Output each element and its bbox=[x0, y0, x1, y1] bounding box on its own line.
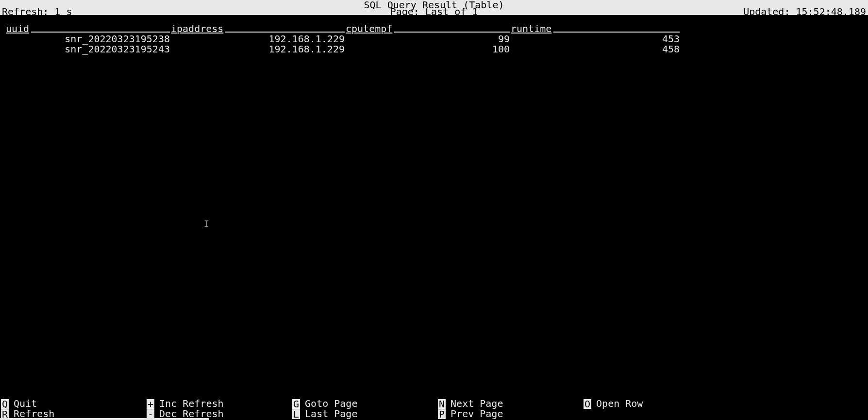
table-cell[interactable]: 100 bbox=[346, 44, 511, 54]
hotkey-label: Dec Refresh bbox=[159, 409, 223, 419]
hotkey-inc-refresh[interactable]: + Inc Refresh bbox=[146, 399, 291, 409]
hotkey-label: Prev Page bbox=[451, 409, 503, 419]
table-cell[interactable]: snr_20220323195243 bbox=[6, 44, 171, 54]
table-cell[interactable]: snr_20220323195238 bbox=[6, 34, 171, 44]
status-bar: SQL Query Result (Table) Page: Last of 1… bbox=[0, 0, 868, 15]
updated-time: Updated: 15:52:48.189 bbox=[743, 7, 866, 17]
table-cell[interactable]: 453 bbox=[511, 34, 681, 44]
key-icon: O bbox=[584, 399, 591, 409]
key-icon: - bbox=[147, 409, 154, 419]
hotkey-label: Quit bbox=[14, 399, 37, 409]
hotkey-last-page[interactable]: L Last Page bbox=[291, 409, 437, 419]
hotkey-prev-page[interactable]: P Prev Page bbox=[437, 409, 583, 419]
table-cell[interactable]: 192.168.1.229 bbox=[171, 44, 346, 54]
key-icon: + bbox=[147, 399, 154, 409]
hotkey-label: Refresh bbox=[14, 409, 54, 419]
key-icon: G bbox=[292, 399, 300, 409]
col-header-runtime: runtime bbox=[511, 24, 681, 34]
result-table: uuid ipaddress cputempf runtime snr_2022… bbox=[0, 15, 868, 420]
key-icon: L bbox=[292, 409, 300, 419]
col-header-uuid: uuid bbox=[6, 24, 171, 34]
terminal-screen: SQL Query Result (Table) Page: Last of 1… bbox=[0, 0, 868, 420]
hotkey-goto-page[interactable]: G Goto Page bbox=[291, 399, 437, 409]
table-cell[interactable]: 458 bbox=[511, 44, 681, 54]
key-icon: P bbox=[438, 409, 446, 419]
hotkey-quit[interactable]: Q Quit bbox=[0, 399, 146, 409]
hotkey-open-row[interactable]: O Open Row bbox=[583, 399, 728, 409]
page-indicator: Page: Last of 1 bbox=[390, 7, 478, 17]
table-cell[interactable]: 99 bbox=[346, 34, 511, 44]
table-cell[interactable]: 192.168.1.229 bbox=[171, 34, 346, 44]
hotkey-label: Next Page bbox=[451, 399, 503, 409]
col-header-ipaddress: ipaddress bbox=[171, 24, 346, 34]
hotkey-next-page[interactable]: N Next Page bbox=[437, 399, 583, 409]
hotkey-refresh[interactable]: R Refresh bbox=[0, 409, 146, 419]
key-icon: Q bbox=[1, 399, 9, 409]
key-icon: R bbox=[1, 409, 9, 419]
hotkey-label: Open Row bbox=[596, 399, 643, 409]
hotkey-label: Goto Page bbox=[305, 399, 357, 409]
refresh-rate: Refresh: 1 s bbox=[2, 7, 72, 17]
input-bar[interactable] bbox=[0, 418, 209, 420]
key-icon: N bbox=[438, 399, 446, 409]
hotkey-empty bbox=[583, 409, 728, 419]
hotkey-bar: Q Quit R Refresh + Inc Refresh - Dec Ref… bbox=[0, 399, 868, 419]
col-header-cputempf: cputempf bbox=[346, 24, 511, 34]
hotkey-label: Inc Refresh bbox=[159, 399, 223, 409]
hotkey-label: Last Page bbox=[305, 409, 357, 419]
hotkey-dec-refresh[interactable]: - Dec Refresh bbox=[146, 409, 291, 419]
